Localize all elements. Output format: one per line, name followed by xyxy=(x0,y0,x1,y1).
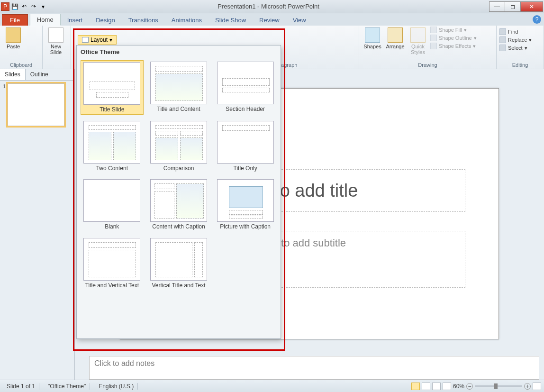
replace-label: Replace xyxy=(508,37,527,43)
view-sorter-button[interactable] xyxy=(422,383,430,390)
tab-transitions[interactable]: Transitions xyxy=(122,15,165,26)
layout-option[interactable]: Comparison xyxy=(147,119,210,173)
view-reading-button[interactable] xyxy=(432,383,441,390)
minimize-button[interactable]: — xyxy=(489,1,505,12)
qat-dropdown-icon[interactable]: ▾ xyxy=(39,2,47,11)
quick-styles-button[interactable]: Quick Styles xyxy=(408,27,428,56)
find-icon xyxy=(499,28,506,35)
zoom-slider[interactable] xyxy=(475,385,522,387)
tab-insert[interactable]: Insert xyxy=(61,15,90,26)
layout-option[interactable]: Title Only xyxy=(214,119,277,173)
layout-thumb xyxy=(217,179,274,222)
layout-option[interactable]: Vertical Title and Text xyxy=(147,237,210,290)
shape-outline-label: Shape Outline xyxy=(439,35,472,41)
thumb-number: 1 xyxy=(3,83,6,126)
select-button[interactable]: Select ▾ xyxy=(499,45,541,51)
redo-icon[interactable]: ↷ xyxy=(29,2,38,11)
layout-thumb xyxy=(83,121,140,164)
layout-option[interactable]: Blank xyxy=(81,178,144,231)
layout-button[interactable]: Layout ▾ xyxy=(78,35,117,45)
quick-styles-icon xyxy=(410,27,426,43)
new-slide-button[interactable]: New Slide xyxy=(45,27,66,56)
zoom-in-button[interactable]: + xyxy=(524,383,531,390)
status-language[interactable]: English (U.S.) xyxy=(95,383,138,390)
tab-slideshow[interactable]: Slide Show xyxy=(209,15,253,26)
view-normal-button[interactable] xyxy=(411,383,420,390)
find-label: Find xyxy=(508,29,518,35)
slides-panel: Slides Outline 1 xyxy=(0,69,75,380)
zoom-out-button[interactable]: − xyxy=(466,383,473,390)
status-theme: "Office Theme" xyxy=(44,383,90,390)
layout-option[interactable]: Title and Vertical Text xyxy=(81,237,144,290)
layout-option[interactable]: Picture with Caption xyxy=(214,178,277,231)
tab-view[interactable]: View xyxy=(286,15,313,26)
group-drawing-label: Drawing xyxy=(362,62,493,68)
panel-tab-outline[interactable]: Outline xyxy=(26,69,53,80)
shape-fill-icon xyxy=(430,27,437,33)
layout-option-label: Comparison xyxy=(163,165,194,172)
layout-option[interactable]: Title Slide xyxy=(81,60,144,115)
dropdown-header: Office Theme xyxy=(77,46,281,58)
layout-option-label: Title and Vertical Text xyxy=(85,283,139,289)
layout-option-label: Section Header xyxy=(226,106,265,112)
layout-option-label: Title and Content xyxy=(157,106,200,112)
select-label: Select xyxy=(508,45,523,51)
replace-button[interactable]: Replace ▾ xyxy=(499,36,541,43)
layout-option-label: Picture with Caption xyxy=(220,224,271,230)
paste-button[interactable]: Paste xyxy=(3,27,24,50)
layout-option-label: Vertical Title and Text xyxy=(152,283,205,289)
shapes-icon xyxy=(365,27,380,43)
view-slideshow-button[interactable] xyxy=(443,383,451,390)
layout-thumb xyxy=(83,238,140,281)
layout-option-label: Two Content xyxy=(96,165,128,172)
help-icon[interactable]: ? xyxy=(533,15,541,24)
layout-label: Layout xyxy=(91,36,108,43)
shape-effects-label: Shape Effects xyxy=(439,43,471,49)
group-clipboard-label: Clipboard xyxy=(3,62,39,68)
layout-option-label: Title Slide xyxy=(100,107,124,113)
close-button[interactable]: ✕ xyxy=(520,1,543,12)
shape-fill-label: Shape Fill xyxy=(439,27,462,33)
arrange-button[interactable]: Arrange xyxy=(385,27,406,50)
tab-design[interactable]: Design xyxy=(89,15,121,26)
status-bar: Slide 1 of 1 "Office Theme" English (U.S… xyxy=(0,380,544,392)
slide-thumbnail[interactable] xyxy=(8,83,64,126)
paste-label: Paste xyxy=(7,44,20,49)
ribbon-tab-strip: File Home Insert Design Transitions Anim… xyxy=(0,13,544,26)
tab-file[interactable]: File xyxy=(2,14,28,26)
layout-thumb xyxy=(83,62,140,105)
tab-home[interactable]: Home xyxy=(30,14,61,26)
tab-animations[interactable]: Animations xyxy=(165,15,209,26)
layout-option-label: Title Only xyxy=(234,165,257,172)
find-button[interactable]: Find xyxy=(499,28,541,35)
layout-option[interactable]: Content with Caption xyxy=(147,178,210,231)
select-icon xyxy=(499,45,506,51)
paste-icon xyxy=(6,27,21,43)
arrange-icon xyxy=(388,27,403,43)
layout-option[interactable]: Section Header xyxy=(214,60,277,115)
maximize-button[interactable]: ◻ xyxy=(505,1,521,12)
layout-option[interactable]: Title and Content xyxy=(147,60,210,115)
window-title: Presentation1 - Microsoft PowerPoint xyxy=(47,3,490,10)
zoom-level: 60% xyxy=(453,383,464,390)
shape-outline-button[interactable]: Shape Outline ▾ xyxy=(430,35,477,41)
layout-thumb xyxy=(150,62,207,104)
shapes-button[interactable]: Shapes xyxy=(362,27,383,50)
save-icon[interactable]: 💾 xyxy=(10,2,19,11)
tab-review[interactable]: Review xyxy=(253,15,286,26)
shape-fill-button[interactable]: Shape Fill ▾ xyxy=(430,27,477,33)
quick-styles-label: Quick Styles xyxy=(411,44,425,55)
undo-icon[interactable]: ↶ xyxy=(20,2,28,11)
shape-effects-button[interactable]: Shape Effects ▾ xyxy=(430,43,477,49)
layout-option-label: Content with Caption xyxy=(152,224,205,230)
fit-window-button[interactable] xyxy=(533,383,541,390)
shape-outline-icon xyxy=(430,35,437,41)
group-editing-label: Editing xyxy=(499,62,541,68)
layout-option[interactable]: Two Content xyxy=(81,119,144,173)
layout-option-label: Blank xyxy=(105,224,119,230)
panel-tab-slides[interactable]: Slides xyxy=(0,69,26,80)
notes-pane[interactable]: Click to add notes xyxy=(89,356,539,380)
new-slide-label: New Slide xyxy=(50,44,62,55)
layout-thumb xyxy=(217,62,274,104)
title-bar: P 💾 ↶ ↷ ▾ Presentation1 - Microsoft Powe… xyxy=(0,0,544,13)
